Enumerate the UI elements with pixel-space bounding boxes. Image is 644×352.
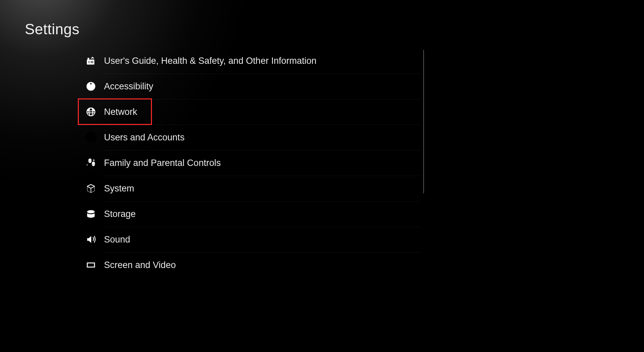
cube-icon <box>85 183 97 194</box>
menu-label: Screen and Video <box>104 260 176 270</box>
menu-item-sound[interactable]: Sound <box>78 227 421 252</box>
menu-item-family[interactable]: Family and Parental Controls <box>78 150 421 176</box>
avatar-icon <box>85 132 97 143</box>
menu-item-accessibility[interactable]: Accessibility <box>78 74 421 99</box>
menu-item-users-guide[interactable]: User's Guide, Health & Safety, and Other… <box>78 48 421 74</box>
accessibility-icon <box>85 81 97 92</box>
globe-icon <box>85 106 97 118</box>
menu-item-storage[interactable]: Storage <box>78 201 421 227</box>
menu-label: User's Guide, Health & Safety, and Other… <box>104 56 316 66</box>
menu-label: Family and Parental Controls <box>104 158 221 168</box>
guide-icon <box>85 55 97 67</box>
menu-item-system[interactable]: System <box>78 176 421 201</box>
menu-label: Network <box>104 107 137 117</box>
menu-label: Storage <box>104 209 136 219</box>
menu-label: Users and Accounts <box>104 132 184 143</box>
menu-item-screen-video[interactable]: Screen and Video <box>78 252 421 278</box>
scrollbar[interactable] <box>423 50 424 193</box>
menu-label: Accessibility <box>104 81 153 92</box>
settings-menu: User's Guide, Health & Safety, and Other… <box>78 48 421 278</box>
family-icon <box>85 157 97 169</box>
menu-item-network[interactable]: Network <box>78 99 421 125</box>
screen-icon <box>85 259 97 271</box>
menu-label: Sound <box>104 234 130 245</box>
page-title: Settings <box>25 21 79 38</box>
menu-label: System <box>104 183 134 194</box>
storage-icon <box>85 208 97 220</box>
sound-icon <box>85 234 97 245</box>
menu-item-users-accounts[interactable]: Users and Accounts <box>78 125 421 150</box>
